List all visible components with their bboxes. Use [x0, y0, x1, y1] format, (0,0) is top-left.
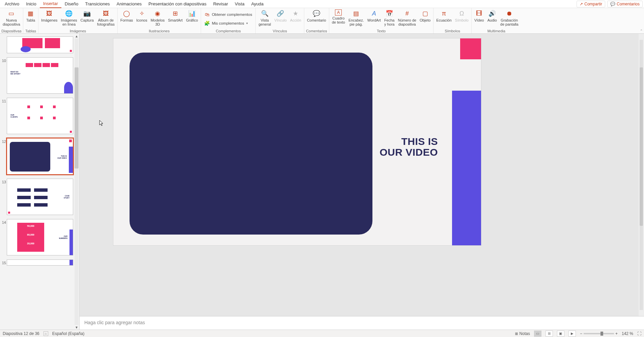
thumbnails-scroll[interactable]: 10 WHAT DOWE OFFER? 11 — [0, 34, 74, 330]
accessibility-icon[interactable]: ⌂ — [44, 331, 48, 336]
scroll-down-icon[interactable]: ▼ — [74, 325, 79, 330]
my-addins-label: Mis complementos — [212, 21, 244, 25]
comments-button[interactable]: 💬Comentarios — [607, 1, 643, 7]
view-sorter-button[interactable]: ⊞ — [545, 331, 553, 337]
menu-ayuda[interactable]: Ayuda — [248, 0, 267, 8]
screen-record-button[interactable]: ⏺Grabación de pantalla — [499, 9, 520, 27]
view-reading-button[interactable]: ▣ — [557, 331, 564, 337]
slide-canvas-area[interactable]: THIS IS OUR VIDEO — [80, 34, 644, 316]
slide-thumb-13[interactable]: 13 CASESTUDY — [1, 179, 73, 215]
get-addins-label: Obtener complementos — [212, 12, 252, 17]
images-button[interactable]: 🖼Imágenes — [40, 9, 59, 23]
header-footer-icon: ▤ — [352, 9, 360, 18]
audio-button[interactable]: 🔊Audio — [486, 9, 498, 23]
menu-presentacion[interactable]: Presentación con diapositivas — [145, 0, 210, 8]
date-time-button[interactable]: 📅Fecha y hora — [383, 9, 396, 27]
smartart-icon: ⊞ — [171, 9, 179, 18]
group-simbolos: πEcuación ΩSímbolo Símbolos — [433, 8, 472, 33]
shapes-button[interactable]: ◯Formas — [119, 9, 134, 23]
slide-title[interactable]: THIS IS OUR VIDEO — [380, 136, 438, 157]
zoom-slider[interactable]: − + — [580, 331, 618, 336]
get-addins-button[interactable]: 🛍Obtener complementos — [202, 11, 254, 18]
zoom-in-button[interactable]: + — [615, 331, 618, 336]
slide-thumb-12[interactable]: 12 THIS ISOUR VIDEO — [1, 138, 73, 175]
decor-purple-bar[interactable] — [452, 91, 481, 245]
photo-album-label: Álbum de fotografías — [97, 18, 115, 26]
ribbon-collapse-button[interactable]: ⌃ — [640, 29, 643, 33]
wordart-button[interactable]: AWordArt — [366, 9, 382, 23]
menubar: Archivo Inicio Insertar Diseño Transicio… — [0, 0, 644, 8]
menu-animaciones[interactable]: Animaciones — [113, 0, 145, 8]
editor-scroll-thumb[interactable] — [640, 67, 643, 226]
notes-pane[interactable]: Haga clic para agregar notas — [80, 316, 644, 330]
view-normal-button[interactable]: ▭ — [534, 331, 541, 337]
new-slide-button[interactable]: ▭ Nueva diapositiva — [1, 9, 22, 27]
status-slide-counter[interactable]: Diapositiva 12 de 36 — [3, 331, 39, 336]
slide-thumb-14[interactable]: 14 50,000 80,000 20,000 OURNUMBERS — [1, 219, 73, 255]
fit-to-window-button[interactable]: ⛶ — [637, 331, 641, 336]
action-button: ★Acción — [289, 9, 303, 23]
menu-revisar[interactable]: Revisar — [210, 0, 231, 8]
menu-inicio[interactable]: Inicio — [23, 0, 39, 8]
models-3d-button[interactable]: ◉Modelos 3D — [149, 9, 166, 27]
header-footer-button[interactable]: ▤Encabez. pie pág. — [347, 9, 365, 27]
slide-thumb-10[interactable]: 10 WHAT DOWE OFFER? — [1, 57, 73, 94]
scroll-up-icon[interactable]: ▲ — [74, 34, 79, 38]
smartart-button[interactable]: ⊞SmartArt — [167, 9, 184, 23]
slide-thumb-11[interactable]: 11 OURCLIENTS — [1, 98, 73, 134]
video-placeholder[interactable] — [130, 53, 372, 235]
status-language[interactable]: Español (España) — [52, 331, 84, 336]
group-texto: ACuadro de texto ▤Encabez. pie pág. AWor… — [329, 8, 434, 33]
video-button[interactable]: 🎞Vídeo — [473, 9, 485, 23]
group-label-texto: Texto — [331, 29, 432, 33]
menu-diseno[interactable]: Diseño — [61, 0, 82, 8]
zoom-knob[interactable] — [600, 332, 603, 336]
zoom-percent[interactable]: 142 % — [622, 331, 633, 336]
images-online-button[interactable]: 🌐Imágenes en línea — [59, 9, 78, 27]
menu-transiciones[interactable]: Transiciones — [82, 0, 113, 8]
decor-pink-square[interactable] — [460, 38, 481, 59]
menu-vista[interactable]: Vista — [231, 0, 248, 8]
thumbnails-scrollbar[interactable]: ▲ ▼ — [74, 34, 79, 330]
zoom-button[interactable]: 🔍Vista general — [257, 9, 272, 27]
share-button[interactable]: ↗Compartir — [577, 1, 605, 7]
slide-thumb-9[interactable] — [1, 36, 73, 53]
object-button[interactable]: ▢Objeto — [418, 9, 432, 23]
slide-num-10: 10 — [1, 57, 7, 63]
zoom-out-button[interactable]: − — [580, 331, 582, 336]
screenshot-button[interactable]: 📷Captura — [79, 9, 95, 23]
menu-insertar[interactable]: Insertar — [40, 0, 61, 8]
equation-button[interactable]: πEcuación — [435, 9, 453, 23]
scroll-thumb[interactable] — [75, 67, 79, 168]
wordart-icon: A — [370, 9, 378, 18]
images-icon: 🖼 — [45, 9, 53, 18]
photo-album-button[interactable]: 🖼Álbum de fotografías — [96, 9, 116, 27]
notes-placeholder: Haga clic para agregar notas — [84, 320, 145, 325]
text-box-button[interactable]: ACuadro de texto — [331, 9, 346, 25]
menu-archivo[interactable]: Archivo — [1, 0, 23, 8]
screenshot-icon: 📷 — [83, 9, 91, 18]
link-button: 🔗Vínculo — [273, 9, 288, 23]
images-online-label: Imágenes en línea — [61, 18, 77, 26]
slide-canvas[interactable]: THIS IS OUR VIDEO — [113, 38, 481, 245]
thumb12-t2: OUR VIDEO — [57, 157, 67, 159]
link-icon: 🔗 — [276, 9, 284, 18]
status-notes-button[interactable]: ≣Notas — [515, 331, 530, 336]
icons-button[interactable]: ✧Iconos — [135, 9, 148, 23]
group-complementos: 🛍Obtener complementos 🧩Mis complementos▾… — [201, 8, 256, 33]
photo-album-icon: 🖼 — [102, 9, 110, 18]
group-comentarios: 💬Comentario Comentarios — [304, 8, 329, 33]
view-slideshow-button[interactable]: ▶ — [568, 331, 576, 337]
comment-button[interactable]: 💬Comentario — [306, 9, 328, 23]
slide-thumb-15[interactable]: 15 — [1, 259, 73, 266]
group-label-comentarios: Comentarios — [306, 29, 328, 33]
zoom-track[interactable] — [584, 333, 614, 334]
share-label: Compartir — [584, 2, 602, 6]
slide-thumbnails-panel: 10 WHAT DOWE OFFER? 11 — [0, 34, 80, 330]
my-addins-button[interactable]: 🧩Mis complementos▾ — [202, 20, 250, 27]
screenshot-label: Captura — [81, 18, 94, 22]
chart-button[interactable]: 📊Gráfico — [185, 9, 199, 23]
table-button[interactable]: ▦ Tabla — [25, 9, 37, 23]
slide-number-button[interactable]: #Número de diapositiva — [396, 9, 417, 27]
wordart-label: WordArt — [367, 18, 381, 22]
